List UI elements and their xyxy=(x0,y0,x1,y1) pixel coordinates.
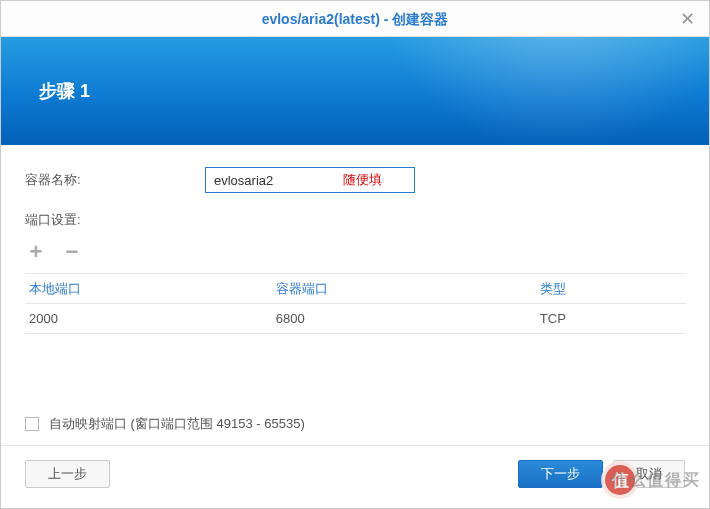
auto-map-checkbox[interactable] xyxy=(25,417,39,431)
port-table: 本地端口 容器端口 类型 2000 6800 TCP xyxy=(25,273,685,334)
table-row[interactable]: 2000 6800 TCP xyxy=(25,304,685,334)
footer: 上一步 下一步 取消 值 什么值得买 xyxy=(1,445,709,507)
step-label: 步骤 1 xyxy=(39,79,90,103)
table-header-row: 本地端口 容器端口 类型 xyxy=(25,274,685,304)
title-bar: evlos/aria2(latest) - 创建容器 ✕ xyxy=(1,1,709,37)
header-local-port[interactable]: 本地端口 xyxy=(25,280,276,298)
prev-button[interactable]: 上一步 xyxy=(25,460,110,488)
container-name-label: 容器名称: xyxy=(25,171,205,189)
remove-port-icon[interactable]: − xyxy=(61,241,83,263)
container-name-row: 容器名称: 随便填 xyxy=(25,167,685,193)
cell-container-port: 6800 xyxy=(276,311,540,326)
cell-local-port: 2000 xyxy=(25,311,276,326)
cancel-button[interactable]: 取消 xyxy=(613,460,685,488)
wizard-banner: 步骤 1 xyxy=(1,37,709,145)
add-remove-toolbar: + − xyxy=(25,241,685,263)
auto-map-label: 自动映射端口 (窗口端口范围 49153 - 65535) xyxy=(49,415,305,433)
port-settings-label: 端口设置: xyxy=(25,211,685,229)
add-port-icon[interactable]: + xyxy=(25,241,47,263)
content-area: 容器名称: 随便填 端口设置: + − 本地端口 容器端口 类型 2000 68… xyxy=(1,145,709,445)
auto-map-row: 自动映射端口 (窗口端口范围 49153 - 65535) xyxy=(25,415,305,433)
header-container-port[interactable]: 容器端口 xyxy=(276,280,540,298)
next-button[interactable]: 下一步 xyxy=(518,460,603,488)
close-icon[interactable]: ✕ xyxy=(680,1,695,37)
header-type[interactable]: 类型 xyxy=(540,280,685,298)
cell-type: TCP xyxy=(540,311,685,326)
window-title: evlos/aria2(latest) - 创建容器 xyxy=(262,11,449,27)
hint-text: 随便填 xyxy=(343,171,382,189)
container-name-input[interactable] xyxy=(205,167,415,193)
